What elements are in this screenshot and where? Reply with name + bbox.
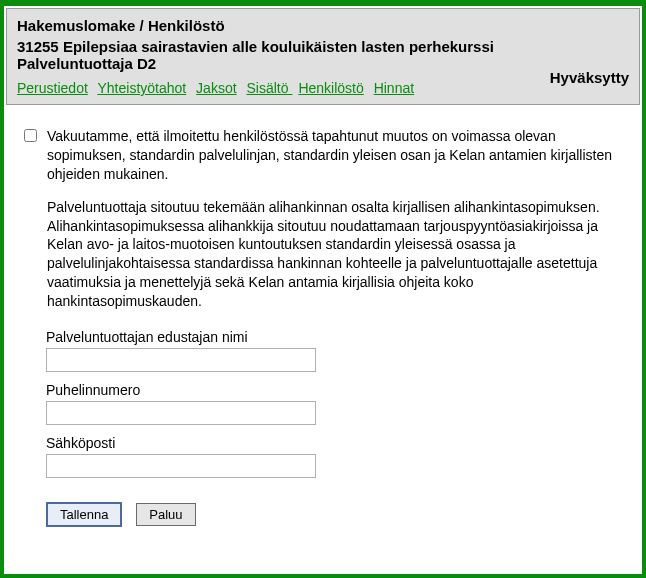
- tab-henkilosto[interactable]: Henkilöstö: [298, 80, 363, 96]
- status-badge: Hyväksytty: [550, 69, 629, 86]
- back-button[interactable]: Paluu: [136, 503, 195, 526]
- declaration-paragraph-2: Palveluntuottaja sitoutuu tekemään aliha…: [47, 198, 626, 311]
- header-block: Hakemuslomake / Henkilöstö 31255 Epileps…: [6, 8, 640, 105]
- tab-jaksot[interactable]: Jaksot: [196, 80, 236, 96]
- phone-input[interactable]: [46, 401, 316, 425]
- save-button[interactable]: Tallenna: [46, 502, 122, 527]
- page-subtitle: 31255 Epilepsiaa sairastavien alle koulu…: [17, 38, 629, 72]
- page-title: Hakemuslomake / Henkilöstö: [17, 17, 629, 34]
- declaration-row: Vakuutamme, että ilmoitettu henkilöstöss…: [20, 127, 626, 311]
- email-input[interactable]: [46, 454, 316, 478]
- rep-name-label: Palveluntuottajan edustajan nimi: [46, 329, 626, 345]
- form-fields: Palveluntuottajan edustajan nimi Puhelin…: [46, 329, 626, 478]
- rep-name-input[interactable]: [46, 348, 316, 372]
- phone-label: Puhelinnumero: [46, 382, 626, 398]
- content-block: Vakuutamme, että ilmoitettu henkilöstöss…: [4, 107, 642, 543]
- button-row: Tallenna Paluu: [46, 502, 626, 527]
- field-email: Sähköposti: [46, 435, 626, 478]
- tab-yhteistyotahot[interactable]: Yhteistyötahot: [97, 80, 186, 96]
- tab-hinnat[interactable]: Hinnat: [374, 80, 414, 96]
- tab-perustiedot[interactable]: Perustiedot: [17, 80, 88, 96]
- email-label: Sähköposti: [46, 435, 626, 451]
- declaration-text: Vakuutamme, että ilmoitettu henkilöstöss…: [47, 127, 626, 311]
- field-phone: Puhelinnumero: [46, 382, 626, 425]
- tab-sisalto[interactable]: Sisältö: [246, 80, 292, 96]
- declaration-paragraph-1: Vakuutamme, että ilmoitettu henkilöstöss…: [47, 127, 626, 184]
- field-rep-name: Palveluntuottajan edustajan nimi: [46, 329, 626, 372]
- nav-tabs: Perustiedot Yhteistyötahot Jaksot Sisält…: [17, 80, 629, 96]
- app-frame: Hakemuslomake / Henkilöstö 31255 Epileps…: [0, 0, 646, 578]
- declaration-checkbox[interactable]: [24, 129, 37, 142]
